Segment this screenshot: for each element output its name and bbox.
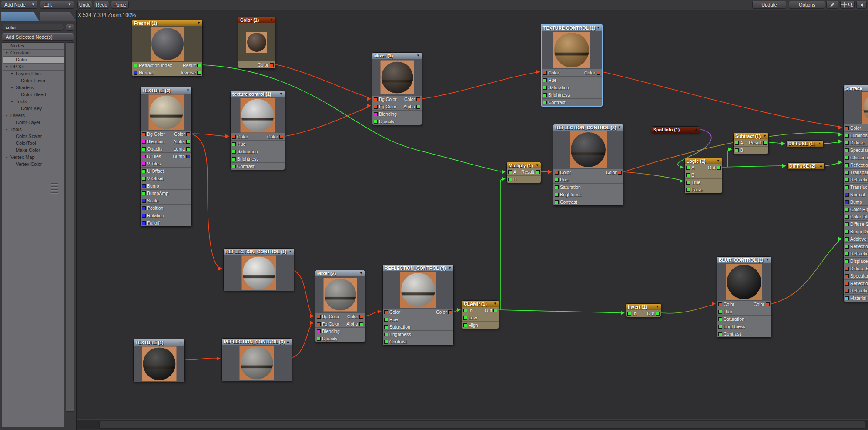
port-in-rotation[interactable] xyxy=(142,214,146,218)
tree-item-dp-kit[interactable]: ▼DP Kit xyxy=(3,64,64,71)
node-collapse-arrow-icon[interactable]: ▼ xyxy=(656,304,659,310)
port-in-opacity[interactable] xyxy=(142,147,146,151)
port-out-color[interactable] xyxy=(186,132,190,136)
node-color1[interactable]: Color (1)▼Color xyxy=(238,17,275,69)
port-out-color[interactable] xyxy=(416,97,420,101)
node-collapse-arrow-icon[interactable]: ▼ xyxy=(766,257,769,263)
port-out-alpha[interactable] xyxy=(359,322,363,326)
port-in-saturation[interactable] xyxy=(384,325,388,329)
redo-button[interactable]: Redo xyxy=(94,1,109,9)
port-in-fg-color[interactable] xyxy=(374,105,378,109)
port-in-falloff[interactable] xyxy=(142,221,146,225)
tree-item-layers-plus[interactable]: ▼Layers Plus xyxy=(3,71,64,77)
port-in-v-offset[interactable] xyxy=(142,177,146,181)
node-texctrl1[interactable]: TEXTURE CONTROL (1)▼ColorColorHueSaturat… xyxy=(541,24,603,107)
port-out-color[interactable] xyxy=(270,63,274,67)
node-texctrl[interactable]: texture control (1)▼ColorColorHueSaturat… xyxy=(230,91,285,170)
port-in-specular-shading[interactable] xyxy=(845,274,849,278)
node-blur[interactable]: BLUR_CONTROL (1)▼ColorColorHueSaturation… xyxy=(717,256,771,338)
port-in-additive-transparency[interactable] xyxy=(845,237,849,241)
port-in-contrast[interactable] xyxy=(384,340,388,344)
tree-expand-arrow-icon[interactable]: ▼ xyxy=(5,50,8,56)
port-in-opacity[interactable] xyxy=(317,337,321,341)
port-in-saturation[interactable] xyxy=(543,86,547,90)
port-out-color[interactable] xyxy=(766,302,770,306)
port-in-glossiness[interactable] xyxy=(845,156,849,160)
port-in-reflection-blurring[interactable] xyxy=(845,245,849,249)
tab-node-flow[interactable] xyxy=(40,12,76,21)
tree-expand-arrow-icon[interactable]: ▼ xyxy=(10,71,13,77)
port-in-brightness[interactable] xyxy=(232,157,236,161)
node-diffuse2[interactable]: DIFFUSE (2)▲ xyxy=(787,162,825,169)
port-in-color[interactable] xyxy=(384,310,388,314)
tree-item-color-bleed[interactable]: Color Bleed xyxy=(3,91,64,98)
port-in-hue[interactable] xyxy=(718,310,722,314)
tree-expand-arrow-icon[interactable]: ▼ xyxy=(5,64,8,70)
port-in-low[interactable] xyxy=(463,316,467,320)
node-title-bar[interactable]: DIFFUSE (1)▲ xyxy=(787,141,823,147)
search-input[interactable] xyxy=(2,24,64,31)
port-in-v-tiles[interactable] xyxy=(142,162,146,166)
tree-item-shaders[interactable]: ▼Shaders xyxy=(3,84,64,91)
port-in-blending[interactable] xyxy=(374,112,378,116)
port-in-b[interactable] xyxy=(735,148,739,152)
port-in-displacement[interactable] xyxy=(845,259,849,263)
port-in-color[interactable] xyxy=(718,302,722,306)
port-in-saturation[interactable] xyxy=(718,317,722,321)
node-collapse-arrow-icon[interactable]: ▲ xyxy=(694,127,698,133)
node-title-bar[interactable]: Mixer (2)▼ xyxy=(315,270,365,276)
port-in-refraction-index[interactable] xyxy=(845,178,849,182)
node-collapse-arrow-icon[interactable]: ▼ xyxy=(763,133,767,139)
tree-item-make-color[interactable]: Make Color xyxy=(3,147,64,154)
tree-item-layers[interactable]: ▼Layers xyxy=(3,112,64,119)
port-in-refraction-shading[interactable] xyxy=(845,289,849,293)
tree-expand-arrow-icon[interactable]: ▼ xyxy=(5,154,8,161)
port-in-translucency[interactable] xyxy=(845,185,849,189)
port-out-color[interactable] xyxy=(279,135,283,139)
node-title-bar[interactable]: Mixer (1)▼ xyxy=(372,53,422,59)
port-in-in[interactable] xyxy=(627,312,631,316)
node-rc4[interactable]: REFLECTION_CONTROL (4)▼ColorColorHueSatu… xyxy=(382,265,454,346)
node-title-bar[interactable]: REFLECTION_CONTROL (4)▼ xyxy=(383,265,453,271)
port-in-brightness[interactable] xyxy=(384,333,388,336)
port-in-a[interactable] xyxy=(686,166,690,170)
node-title-bar[interactable]: Color (1)▼ xyxy=(238,17,275,23)
port-in-contrast[interactable] xyxy=(543,101,547,104)
edit-menu[interactable]: Edit ▼ xyxy=(40,1,74,9)
node-surface[interactable]: Surface▼ColorLuminosityDiffuseSpecularit… xyxy=(843,85,868,302)
port-out-bump[interactable] xyxy=(186,155,190,158)
port-in-high[interactable] xyxy=(463,323,467,327)
node-title-bar[interactable]: BLUR_CONTROL (1)▼ xyxy=(717,257,771,263)
port-in-fg-color[interactable] xyxy=(317,322,321,326)
node-title-bar[interactable]: TEXTURE CONTROL (1)▼ xyxy=(542,25,602,31)
port-in-bumpamp[interactable] xyxy=(142,191,146,195)
tree-item-nodes[interactable]: Nodes xyxy=(3,43,64,50)
graph-canvas[interactable]: X:534 Y:334 Zoom:100% Fresnel (1)▼Refrac… xyxy=(76,10,868,419)
node-collapse-arrow-icon[interactable]: ▼ xyxy=(416,53,420,59)
port-in-diffuse-sharpness[interactable] xyxy=(845,222,849,226)
node-mixer2[interactable]: Mixer (2)▼Bg ColorColorFg ColorAlphaBlen… xyxy=(315,270,365,343)
port-in-diffuse-shading[interactable] xyxy=(845,267,849,271)
node-subtract[interactable]: Subtract (1)▼AResultB xyxy=(733,133,769,154)
node-title-bar[interactable]: Fresnel (1)▼ xyxy=(132,20,202,26)
search-history-dropdown[interactable]: ▼ xyxy=(66,24,74,31)
node-title-bar[interactable]: texture control (1)▼ xyxy=(231,91,285,97)
node-collapse-arrow-icon[interactable]: ▼ xyxy=(197,20,201,26)
tree-item-color-key[interactable]: Color Key xyxy=(3,105,64,112)
node-title-bar[interactable]: DIFFUSE (2)▲ xyxy=(788,163,824,169)
port-in-blending[interactable] xyxy=(142,140,146,144)
port-in-position[interactable] xyxy=(142,206,146,210)
port-in-hue[interactable] xyxy=(543,78,547,82)
node-collapse-arrow-icon[interactable]: ▼ xyxy=(493,301,497,307)
port-in-opacity[interactable] xyxy=(374,120,378,124)
node-collapse-arrow-icon[interactable]: ▼ xyxy=(717,158,720,164)
node-title-bar[interactable]: Subtract (1)▼ xyxy=(734,133,768,139)
sidebar-scrollbar[interactable] xyxy=(66,42,74,412)
add-node-menu[interactable]: Add Node ▼ xyxy=(1,1,37,9)
node-title-bar[interactable]: CLAMP (1)▼ xyxy=(462,301,499,307)
node-invert[interactable]: Invert (1)▼InOut xyxy=(626,303,661,317)
port-in-hue[interactable] xyxy=(555,178,559,182)
port-in-bump[interactable] xyxy=(142,184,146,188)
node-collapse-arrow-icon[interactable]: ▼ xyxy=(597,25,600,31)
tree-item-color[interactable]: Color xyxy=(3,57,64,64)
